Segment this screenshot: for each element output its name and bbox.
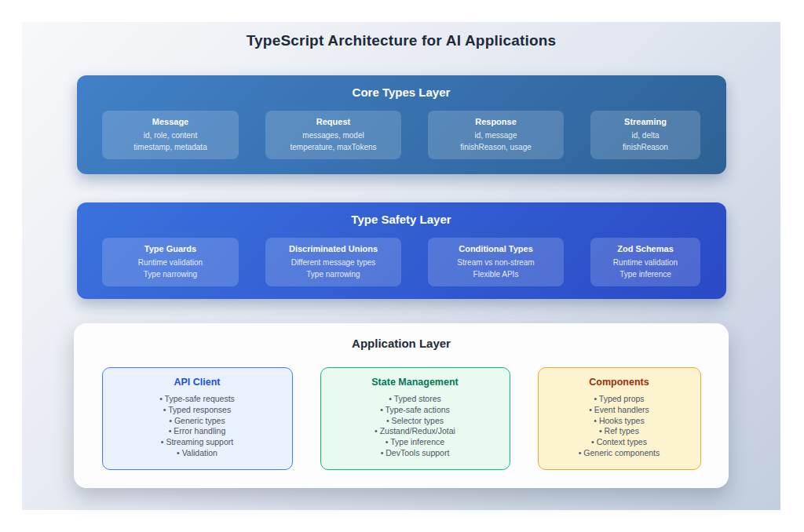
application-cards-row: API Client Type-safe requests Typed resp… xyxy=(74,367,729,470)
safety-card-zod-schemas: Zod Schemas Runtime validation Type infe… xyxy=(590,238,700,286)
core-card-response: Response id, message finishReason, usage xyxy=(428,111,564,159)
card-line: messages, model xyxy=(265,129,401,141)
list-item: Hooks types xyxy=(539,416,700,427)
card-title: Type Guards xyxy=(102,244,239,253)
application-layer-title: Application Layer xyxy=(74,337,729,350)
app-card-state-management: State Management Typed stores Type-safe … xyxy=(320,367,510,470)
card-line: id, message xyxy=(428,129,564,141)
list-item: Typed responses xyxy=(103,405,292,416)
list-item: Type inference xyxy=(321,437,510,448)
card-line: finishReason xyxy=(590,141,700,153)
card-item-list: Typed stores Type-safe actions Selector … xyxy=(321,394,510,459)
card-item-list: Typed props Event handlers Hooks types R… xyxy=(539,394,700,459)
list-item: Streaming support xyxy=(103,437,292,448)
list-item: DevTools support xyxy=(321,448,510,459)
list-item: Validation xyxy=(103,448,292,459)
list-item: Type-safe actions xyxy=(321,405,510,416)
card-line: Runtime validation xyxy=(590,257,700,268)
list-item: Typed props xyxy=(539,394,700,405)
card-line: finishReason, usage xyxy=(428,141,564,153)
core-card-request: Request messages, model temperature, max… xyxy=(265,111,401,159)
list-item: Type-safe requests xyxy=(103,394,292,405)
safety-card-conditional-types: Conditional Types Stream vs non-stream F… xyxy=(428,238,564,286)
card-line: id, role, content xyxy=(102,129,239,141)
diagram-canvas: TypeScript Architecture for AI Applicati… xyxy=(22,22,780,510)
card-title: Components xyxy=(539,377,700,388)
card-line: Type narrowing xyxy=(102,268,239,280)
card-title: Streaming xyxy=(590,117,700,126)
card-line: timestamp, metadata xyxy=(102,141,239,153)
card-line: Different message types xyxy=(265,257,401,268)
safety-card-discriminated-unions: Discriminated Unions Different message t… xyxy=(265,238,401,286)
core-types-layer-title: Core Types Layer xyxy=(77,75,726,99)
list-item: Ref types xyxy=(539,426,700,437)
safety-card-type-guards: Type Guards Runtime validation Type narr… xyxy=(102,238,239,286)
card-line: temperature, maxTokens xyxy=(265,141,401,153)
card-item-list: Type-safe requests Typed responses Gener… xyxy=(103,394,292,459)
core-card-streaming: Streaming id, delta finishReason xyxy=(590,111,700,159)
list-item: Typed stores xyxy=(321,394,510,405)
card-title: API Client xyxy=(103,377,292,388)
card-line: Type narrowing xyxy=(265,268,401,280)
card-line: Type inference xyxy=(590,268,700,280)
core-card-message: Message id, role, content timestamp, met… xyxy=(102,111,239,159)
list-item: Context types xyxy=(539,437,700,448)
card-title: Discriminated Unions xyxy=(265,244,401,253)
list-item: Selector types xyxy=(321,416,510,427)
card-title: Response xyxy=(428,117,564,126)
page-title: TypeScript Architecture for AI Applicati… xyxy=(22,22,780,53)
list-item: Generic components xyxy=(539,448,700,459)
list-item: Error handling xyxy=(103,426,292,437)
type-safety-layer-panel: Type Safety Layer Type Guards Runtime va… xyxy=(77,202,726,299)
card-line: Flexible APIs xyxy=(428,268,564,280)
type-safety-layer-title: Type Safety Layer xyxy=(77,202,726,226)
card-title: Zod Schemas xyxy=(590,244,700,253)
core-types-layer-panel: Core Types Layer Message id, role, conte… xyxy=(77,75,726,174)
app-card-api-client: API Client Type-safe requests Typed resp… xyxy=(102,367,293,470)
card-title: Request xyxy=(265,117,401,126)
application-layer-panel: Application Layer API Client Type-safe r… xyxy=(74,323,729,488)
list-item: Zustand/Redux/Jotai xyxy=(321,426,510,437)
list-item: Generic types xyxy=(103,416,292,427)
core-types-cards-row: Message id, role, content timestamp, met… xyxy=(77,111,726,159)
type-safety-cards-row: Type Guards Runtime validation Type narr… xyxy=(77,238,726,286)
card-title: Conditional Types xyxy=(428,244,564,253)
list-item: Event handlers xyxy=(539,405,700,416)
card-title: State Management xyxy=(321,377,510,388)
app-card-components: Components Typed props Event handlers Ho… xyxy=(538,367,701,470)
card-line: Runtime validation xyxy=(102,257,239,268)
card-line: id, delta xyxy=(590,129,700,141)
card-title: Message xyxy=(102,117,239,126)
card-line: Stream vs non-stream xyxy=(428,257,564,268)
